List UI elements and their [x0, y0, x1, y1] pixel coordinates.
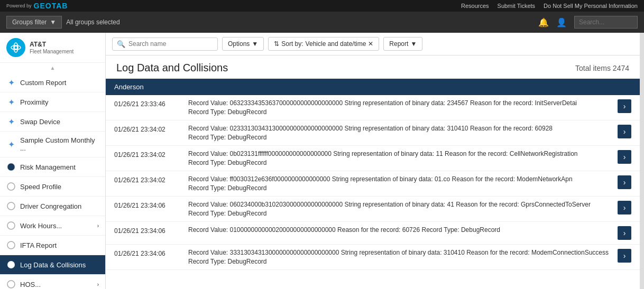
row-action-4: › [618, 201, 631, 215]
options-label: Options [228, 40, 250, 48]
sidebar-label-custom-report: Custom Report [20, 79, 66, 87]
svg-point-7 [7, 222, 15, 229]
navigate-button-5[interactable]: › [618, 226, 631, 240]
row-timestamp-6: 01/26/21 23:34:06 [114, 249, 188, 257]
circle-dark-icon [6, 162, 16, 172]
sort-chevron-icon: ✕ [368, 40, 373, 48]
top-search-input[interactable] [574, 16, 638, 29]
page-header: Log Data and Collisions Total items 2474 [106, 55, 640, 79]
sidebar-item-driver-congregation[interactable]: Driver Congregation [0, 197, 105, 216]
table-row: 01/26/21 23:34:06 Record Value: 06023400… [106, 197, 640, 222]
sidebar-logo-sub: Fleet Management [30, 49, 73, 54]
sidebar-item-custom-report[interactable]: ✦ Custom Report [0, 73, 105, 92]
navigate-button-4[interactable]: › [618, 201, 631, 215]
sidebar-label-speed-profile: Speed Profile [20, 183, 61, 191]
row-content-4: Record Value: 060234000b3102030000000000… [188, 201, 613, 217]
top-bar-left: Powered by GEOTAB [6, 2, 68, 10]
sidebar-item-ifta-report[interactable]: IFTA Report [0, 236, 105, 255]
sidebar-logo-text-wrap: AT&T Fleet Management [30, 41, 73, 55]
row-line2-1: Record Type: DebugRecord [188, 134, 613, 141]
groups-filter-label: Groups filter [12, 18, 47, 26]
table-row: 01/26/21 23:34:02 Record Value: ff003031… [106, 171, 640, 197]
content-area: 🔍 Options ▼ ⇅ Sort by: Vehicle and date/… [106, 33, 640, 289]
row-line2-4: Record Type: DebugRecord [188, 210, 613, 217]
geotab-brand: GEOTAB [34, 2, 68, 10]
row-content-3: Record Value: ff0030312e636f000000000000… [188, 175, 613, 192]
search-icon: 🔍 [117, 40, 125, 48]
sidebar-item-log-data-collisions[interactable]: Log Data & Collisions [0, 255, 105, 275]
groups-filter-button[interactable]: Groups filter ▼ [6, 16, 62, 29]
row-line2-0: Record Type: DebugRecord [188, 108, 613, 116]
row-line2-2: Record Type: DebugRecord [188, 159, 613, 166]
navigate-button-1[interactable]: › [618, 125, 631, 138]
page-title: Log Data and Collisions [116, 62, 228, 74]
navigate-button-6[interactable]: › [618, 249, 631, 263]
search-name-input[interactable] [128, 40, 213, 48]
sidebar-item-speed-profile[interactable]: Speed Profile [0, 177, 105, 197]
bell-icon[interactable]: 🔔 [538, 17, 549, 27]
navigate-button-2[interactable]: › [618, 150, 631, 164]
svg-point-10 [7, 281, 15, 288]
sort-button[interactable]: ⇅ Sort by: Vehicle and date/time ✕ [268, 37, 379, 51]
sidebar-item-hos[interactable]: HOS... › [0, 275, 105, 289]
content-toolbar: 🔍 Options ▼ ⇅ Sort by: Vehicle and date/… [106, 33, 640, 55]
powered-by-text: Powered by [6, 4, 32, 8]
row-line1-4: Record Value: 060234000b3102030000000000… [188, 201, 613, 208]
speed-profile-icon [6, 182, 16, 191]
options-button[interactable]: Options ▼ [222, 37, 264, 51]
report-button[interactable]: Report ▼ [383, 37, 422, 51]
groups-filter-chevron-icon: ▼ [50, 18, 56, 26]
sidebar-label-log-data: Log Data & Collisions [20, 261, 86, 269]
row-action-6: › [618, 249, 631, 263]
all-groups-selected-text: All groups selected [66, 18, 119, 26]
sidebar-item-swap-device[interactable]: ✦ Swap Device [0, 112, 105, 132]
sidebar-item-proximity[interactable]: ✦ Proximity [0, 92, 105, 112]
report-chevron-icon: ▼ [410, 40, 417, 48]
sidebar-scroll-up[interactable]: ▲ [0, 63, 105, 73]
puzzle-blue-icon: ✦ [6, 97, 16, 107]
row-line1-3: Record Value: ff0030312e636f000000000000… [188, 175, 613, 183]
row-line2-3: Record Type: DebugRecord [188, 184, 613, 192]
sidebar-label-hos: HOS... [20, 281, 41, 288]
table-row: 01/26/21 23:34:02 Record Value: 0b023131… [106, 146, 640, 171]
puzzle-icon-sample: ✦ [6, 139, 16, 149]
hos-chevron-icon: › [97, 282, 99, 287]
main-layout: AT&T Fleet Management ▲ ✦ Custom Report … [0, 33, 644, 289]
top-bar: Powered by GEOTAB Resources Submit Ticke… [0, 0, 644, 12]
row-line1-6: Record Value: 33313034313000000000000000… [188, 249, 613, 256]
submit-tickets-link[interactable]: Submit Tickets [498, 3, 536, 9]
table-row: 01/26/21 23:34:02 Record Value: 02333130… [106, 120, 640, 146]
options-chevron-icon: ▼ [252, 40, 258, 48]
user-icon[interactable]: 👤 [556, 17, 567, 27]
sidebar-item-sample-custom[interactable]: ✦ Sample Custom Monthly ... [0, 132, 105, 157]
scrollbar[interactable] [640, 33, 644, 289]
sidebar-label-risk-management: Risk Management [20, 163, 76, 171]
sidebar-logo-name: AT&T [30, 41, 73, 49]
search-input-wrap: 🔍 [112, 38, 218, 51]
hos-icon [6, 279, 16, 289]
navigate-button-3[interactable]: › [618, 175, 631, 189]
sidebar-item-work-hours[interactable]: Work Hours... › [0, 216, 105, 236]
svg-point-8 [7, 241, 15, 249]
navigate-button-0[interactable]: › [618, 99, 631, 113]
puzzle-icon-swap: ✦ [6, 117, 16, 126]
resources-link[interactable]: Resources [461, 3, 489, 9]
att-logo [6, 38, 25, 57]
sidebar-label-ifta-report: IFTA Report [20, 241, 57, 249]
puzzle-icon: ✦ [6, 78, 16, 87]
do-not-sell-link[interactable]: Do Not Sell My Personal Information [544, 3, 638, 9]
row-line1-2: Record Value: 0b023131ffffff000000000000… [188, 150, 613, 157]
geotab-logo: Powered by GEOTAB [6, 2, 68, 10]
work-hours-icon [6, 221, 16, 230]
svg-point-5 [7, 183, 15, 190]
row-line1-5: Record Value: 01000000000002000000000000… [188, 226, 613, 234]
table-row: 01/26/21 23:34:06 Record Value: 33313034… [106, 245, 640, 270]
sidebar-label-sample-custom: Sample Custom Monthly ... [20, 136, 99, 152]
row-content-6: Record Value: 33313034313000000000000000… [188, 249, 613, 265]
sort-value: Vehicle and date/time [306, 40, 366, 48]
row-action-2: › [618, 150, 631, 164]
sidebar-item-risk-management[interactable]: Risk Management [0, 157, 105, 177]
svg-point-4 [7, 163, 15, 171]
work-hours-chevron-icon: › [97, 223, 99, 229]
groups-bar-right: 🔔 👤 [538, 16, 638, 29]
